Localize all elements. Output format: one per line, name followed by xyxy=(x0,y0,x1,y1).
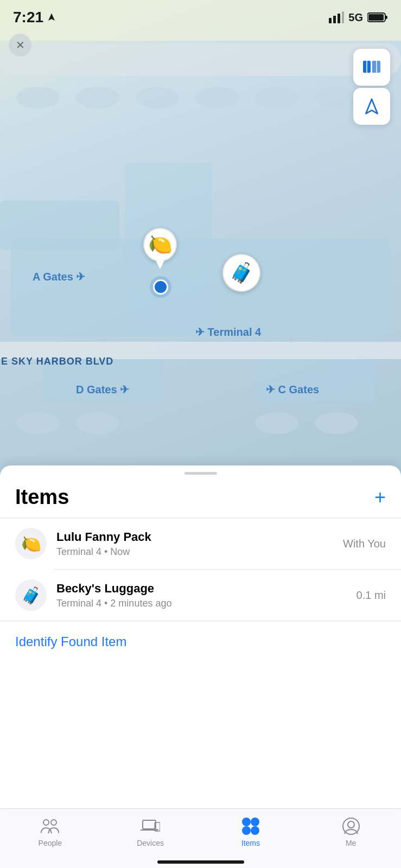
close-button[interactable]: ✕ xyxy=(9,34,31,56)
lulu-location: Terminal 4 • Now xyxy=(56,546,333,558)
becky-icon: 🧳 xyxy=(15,579,47,611)
items-icon xyxy=(241,816,260,836)
me-label: Me xyxy=(346,839,356,847)
map-icon xyxy=(362,58,381,77)
signal-icon xyxy=(329,11,344,23)
lulu-status: With You xyxy=(343,538,386,550)
lulu-icon: 🍋 xyxy=(15,528,47,559)
svg-rect-6 xyxy=(368,14,384,21)
identify-found-item-link[interactable]: Identify Found Item xyxy=(0,621,401,662)
lemon-marker[interactable]: 🍋 xyxy=(141,228,179,271)
location-arrow-icon xyxy=(47,12,56,22)
a-gates-label: A Gates ✈ xyxy=(33,270,85,283)
svg-rect-1 xyxy=(333,16,336,23)
devices-label: Devices xyxy=(137,839,164,847)
items-label: Items xyxy=(241,839,260,847)
lemon-marker-circle: 🍋 xyxy=(143,228,177,261)
lemon-marker-tail xyxy=(156,260,164,269)
tab-bar: People Devices Items xyxy=(0,808,401,868)
status-time: 7:21 xyxy=(13,9,56,26)
luggage-marker[interactable]: 🧳 xyxy=(222,254,260,292)
svg-point-13 xyxy=(51,820,56,825)
status-icons: 5G xyxy=(329,11,388,24)
tab-devices[interactable]: Devices xyxy=(100,814,201,847)
becky-item[interactable]: 🧳 Becky's Luggage Terminal 4 • 2 minutes… xyxy=(0,570,401,621)
svg-point-19 xyxy=(251,818,259,826)
devices-icon xyxy=(141,816,160,836)
svg-rect-8 xyxy=(372,61,380,73)
a-gates-terminal xyxy=(0,201,119,250)
svg-point-20 xyxy=(242,826,251,835)
becky-info: Becky's Luggage Terminal 4 • 2 minutes a… xyxy=(56,582,347,609)
map-view-button[interactable] xyxy=(353,49,390,86)
lulu-item[interactable]: 🍋 Lulu Fanny Pack Terminal 4 • Now With … xyxy=(0,518,401,569)
home-indicator xyxy=(157,860,244,864)
panel-title: Items xyxy=(15,486,69,509)
d-gates-label: D Gates ✈ xyxy=(76,383,129,396)
map-area[interactable]: → ← A Gates ✈ ✈ Terminal 4 E SKY HARBOR … xyxy=(0,0,401,483)
bottom-panel: Items + 🍋 Lulu Fanny Pack Terminal 4 • N… xyxy=(0,465,401,808)
becky-status: 0.1 mi xyxy=(357,589,386,602)
status-bar: 7:21 5G xyxy=(0,0,401,29)
lulu-info: Lulu Fanny Pack Terminal 4 • Now xyxy=(56,530,333,558)
network-type: 5G xyxy=(348,11,363,24)
svg-point-12 xyxy=(43,820,49,825)
map-controls xyxy=(353,49,390,125)
svg-rect-2 xyxy=(338,14,340,23)
tab-people[interactable]: People xyxy=(0,814,100,847)
svg-point-23 xyxy=(348,821,354,828)
lulu-name: Lulu Fanny Pack xyxy=(56,530,333,544)
tab-items[interactable]: Items xyxy=(201,814,301,847)
location-icon xyxy=(363,98,380,115)
svg-rect-3 xyxy=(342,11,344,23)
me-icon xyxy=(341,816,361,836)
becky-name: Becky's Luggage xyxy=(56,582,347,596)
becky-location: Terminal 4 • 2 minutes ago xyxy=(56,598,347,609)
add-item-button[interactable]: + xyxy=(374,488,386,507)
sky-harbor-label: E SKY HARBOR BLVD xyxy=(1,356,113,367)
panel-header: Items + xyxy=(0,475,401,518)
current-location-dot xyxy=(153,279,168,295)
upper-road xyxy=(0,43,401,76)
location-button[interactable] xyxy=(353,88,390,125)
terminal4-label: ✈ Terminal 4 xyxy=(195,326,261,339)
people-label: People xyxy=(39,839,62,847)
battery-icon xyxy=(367,12,388,23)
svg-rect-0 xyxy=(329,18,332,23)
svg-rect-5 xyxy=(385,16,387,19)
people-icon xyxy=(40,816,60,836)
tab-me[interactable]: Me xyxy=(301,814,401,847)
time-display: 7:21 xyxy=(13,9,43,26)
svg-point-18 xyxy=(242,818,251,826)
svg-rect-14 xyxy=(143,820,156,829)
svg-point-21 xyxy=(251,826,259,835)
c-gates-label: ✈ C Gates xyxy=(266,383,319,396)
